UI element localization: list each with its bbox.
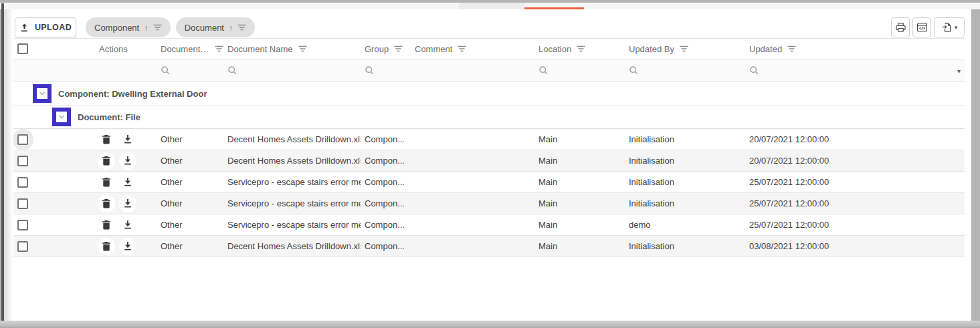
chevron-down-icon[interactable] [37,89,47,98]
table-row: OtherDecent Homes Assets Drilldown.xlsxC… [13,150,965,172]
search-icon[interactable] [629,65,639,75]
trash-icon [102,220,111,230]
select-all-checkbox[interactable] [17,43,28,54]
row-checkbox[interactable] [17,156,28,166]
row-checkbox[interactable] [17,198,28,209]
upload-button-label: UPLOAD [35,23,72,32]
cell-location: Main [534,129,625,150]
column-menu-icon[interactable] [787,45,796,52]
search-icon[interactable] [161,65,171,75]
export-button[interactable]: ▾ [934,17,965,37]
column-menu-icon[interactable] [577,45,585,52]
row-checkbox[interactable] [17,241,28,252]
filter-cell-updated[interactable] [745,59,965,81]
cell-group: Compon... [361,172,411,192]
column-header-doc_name[interactable]: Document Name [223,39,361,59]
cell-location: Main [534,214,625,235]
filter-operator-chevron-icon[interactable]: ▾ [957,67,961,75]
column-menu-icon[interactable] [394,45,403,52]
filter-cell-doc_name[interactable] [223,59,361,81]
filter-cell-doc_type[interactable] [157,59,223,81]
column-header-updated[interactable]: Updated [745,39,965,59]
row-checkbox[interactable] [17,220,28,230]
cell-updated_by: Initialisation [625,193,745,214]
column-header-group[interactable]: Group [361,39,411,59]
cell-doc_name: Decent Homes Assets Drilldown.xlsx [223,150,361,171]
cell-group: Compon... [361,150,411,171]
print-button[interactable] [891,17,910,37]
filter-cell-select [13,59,95,81]
row-actions-cell [95,193,157,214]
filter-cell-actions [95,59,157,81]
browser-strip [0,3,980,9]
cell-comment [411,150,534,171]
cell-doc_type: Other [157,172,223,192]
chevron-down-icon[interactable] [57,112,66,122]
column-menu-icon[interactable] [680,45,688,52]
download-button[interactable] [119,195,136,212]
filter-cell-updated_by[interactable] [625,59,745,81]
filter-cell-location[interactable] [534,59,625,81]
upload-button[interactable]: UPLOAD [15,17,76,37]
column-header-updated_by[interactable]: Updated By [625,39,745,59]
column-header-comment[interactable]: Comment [411,39,534,59]
checkbox-focus-halo [13,129,33,150]
cell-updated: 20/07/2021 12:00:00 [745,129,965,150]
column-menu-icon[interactable] [215,45,223,52]
trash-icon [102,198,111,208]
delete-button[interactable] [98,216,115,234]
cell-group: Compon... [361,193,411,214]
filter-cell-comment [411,59,534,81]
search-icon[interactable] [749,65,759,75]
cell-doc_name: Servicepro - escape stairs error mes... [223,214,361,235]
cell-doc_name: Servicepro - escape stairs error mes... [223,193,361,214]
cell-doc_type: Other [157,193,223,214]
delete-button[interactable] [98,195,115,212]
chevron-down-icon: ▾ [955,25,958,31]
window-bottom-edge [0,321,980,328]
filter-cell-group[interactable] [361,59,411,81]
cell-group: Compon... [361,236,411,257]
row-checkbox[interactable] [17,134,28,145]
download-button[interactable] [119,152,136,170]
search-icon[interactable] [227,65,237,75]
cell-updated_by: Initialisation [625,236,745,257]
column-header-doc_type[interactable]: Document ... [157,39,223,59]
download-button[interactable] [119,131,136,148]
table-row: OtherDecent Homes Assets Drilldown.xlsxC… [13,236,965,257]
search-icon[interactable] [365,65,375,75]
cell-updated_by: Initialisation [625,150,745,171]
group-chip-document[interactable]: Document ↑ [176,17,256,37]
annotation-highlight-box [52,108,71,126]
group-chip-label: Component [94,23,139,33]
download-icon [123,134,132,144]
download-button[interactable] [119,238,136,255]
group-chip-component[interactable]: Component ↑ [86,17,171,37]
row-select-cell [13,214,95,235]
report-code-button[interactable] [912,17,931,37]
column-header-location[interactable]: Location [534,39,625,59]
delete-button[interactable] [98,238,115,255]
download-button[interactable] [119,174,136,191]
column-header-actions[interactable]: Actions [95,39,157,59]
search-icon[interactable] [538,65,549,75]
column-menu-icon[interactable] [298,45,307,52]
column-menu-icon [153,24,162,31]
download-button[interactable] [119,216,136,234]
column-menu-icon[interactable] [458,45,466,52]
delete-button[interactable] [98,174,115,191]
cell-doc_type: Other [157,236,223,257]
trash-icon [102,241,111,251]
row-select-cell [13,150,95,171]
cell-comment [411,193,534,214]
column-header-label: Group [365,44,389,54]
delete-button[interactable] [98,152,115,170]
column-header-label: Updated [749,44,782,54]
delete-button[interactable] [98,131,115,148]
table-row: OtherServicepro - escape stairs error me… [13,214,965,236]
cell-location: Main [534,236,625,257]
export-file-icon [941,22,952,33]
group-chip-label: Document [185,23,224,33]
row-checkbox[interactable] [17,177,28,188]
cell-comment [411,129,534,150]
